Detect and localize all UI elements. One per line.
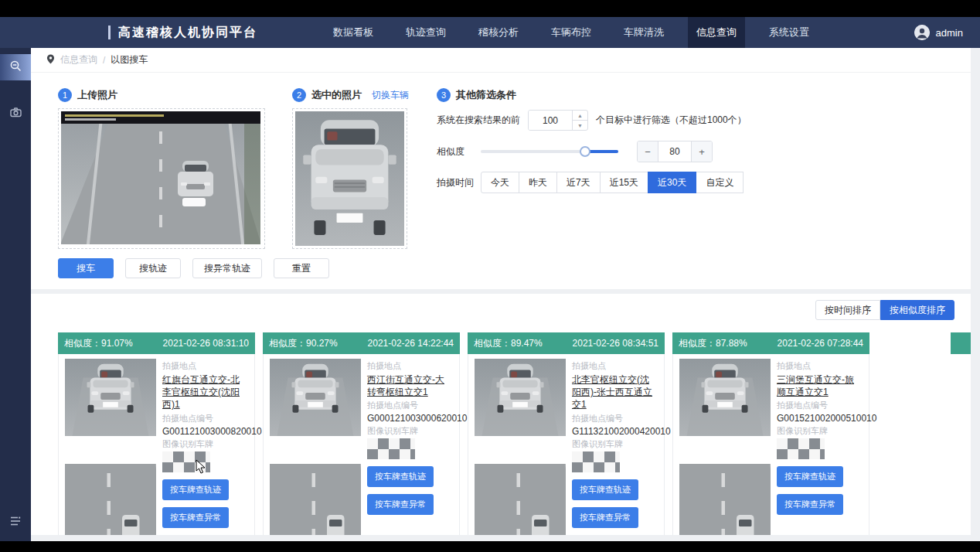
sort-by-time-button[interactable]: 按时间排序 [815, 300, 880, 320]
left-sidebar [0, 48, 31, 541]
result-card: 相似度：87.88% 2021-02-26 07:28:44 [672, 332, 869, 535]
location-code-label: 拍摄地点编号 [572, 413, 658, 424]
nav-item[interactable]: 信息查询 [688, 17, 745, 48]
switch-vehicle-link[interactable]: 切换车辆 [372, 89, 409, 102]
result-card-header: 相似度：89.47% 2021-02-26 08:34:51 [468, 332, 665, 354]
nav-item[interactable]: 数据看板 [325, 17, 382, 48]
search-action-button[interactable]: 搜异常轨迹 [192, 258, 262, 278]
sidebar-collapse-button[interactable] [0, 512, 31, 533]
scene-thumbnail [270, 464, 361, 535]
step2-header: 2 选中的照片 切换车辆 [292, 88, 409, 102]
blurred-plate-image [777, 438, 825, 459]
blurred-plate-image [162, 451, 210, 472]
result-info: 拍摄地点 西江街互通立交-大转弯枢纽立交1 拍摄地点编号 G0001210030… [367, 359, 453, 535]
slider-handle[interactable] [580, 146, 590, 157]
nav-item[interactable]: 车牌清洗 [615, 17, 672, 48]
search-panel: 信息查询 / 以图搜车 1 上传照片 2 选中的照片 切换车辆 [31, 48, 971, 289]
uploaded-traffic-photo [61, 111, 260, 244]
track-by-plate-button[interactable]: 按车牌查轨迹 [572, 479, 638, 500]
breadcrumb-section[interactable]: 信息查询 [60, 53, 97, 66]
similarity-increase-button[interactable]: + [692, 141, 712, 162]
step3-number-badge: 3 [437, 88, 451, 102]
capture-time-option[interactable]: 近30天 [648, 172, 696, 193]
search-action-button[interactable]: 重置 [274, 258, 329, 278]
similarity-value-box [658, 141, 692, 162]
abnormal-by-plate-button[interactable]: 按车牌查异常 [162, 507, 229, 528]
sidebar-item-image-search[interactable] [0, 54, 31, 80]
capture-time-option[interactable]: 昨天 [519, 172, 557, 193]
location-code-value: G000121003000620010 [367, 413, 453, 424]
step3-header: 3 其他筛选条件 [437, 88, 516, 102]
result-card-header: 相似度：91.07% 2021-02-26 08:31:10 [58, 332, 255, 354]
similarity-label: 相似度 [437, 145, 481, 158]
similarity-value-input[interactable] [658, 141, 691, 162]
location-code-label: 拍摄地点编号 [367, 400, 453, 411]
abnormal-by-plate-button[interactable]: 按车牌查异常 [367, 494, 434, 515]
location-value-link[interactable]: 北李官枢纽立交(沈阳西)-张士西互通立交1 [572, 373, 658, 411]
step1-number-badge: 1 [58, 88, 72, 102]
plate-label: 图像识别车牌 [367, 425, 453, 437]
location-code-label: 拍摄地点编号 [777, 400, 863, 411]
main-content: 信息查询 / 以图搜车 1 上传照片 2 选中的照片 切换车辆 [31, 48, 980, 541]
count-decrease-button[interactable]: ▼ [573, 121, 587, 130]
track-by-plate-button[interactable]: 按车牌查轨迹 [777, 466, 843, 487]
abnormal-by-plate-button[interactable]: 按车牌查异常 [777, 494, 843, 515]
capture-time-option[interactable]: 今天 [481, 172, 519, 193]
capture-timestamp: 2021-02-26 07:28:44 [778, 338, 863, 349]
location-value-link[interactable]: 西江街互通立交-大转弯枢纽立交1 [367, 373, 453, 398]
track-by-plate-button[interactable]: 按车牌查轨迹 [162, 479, 229, 500]
nav-item[interactable]: 轨迹查询 [397, 17, 454, 48]
result-count-input[interactable] [529, 111, 572, 130]
similarity-badge: 相似度：90.27% [269, 337, 338, 350]
capture-time-option[interactable]: 近7天 [556, 172, 601, 193]
capture-time-option[interactable]: 近15天 [600, 172, 648, 193]
nav-item[interactable]: 车辆布控 [543, 17, 600, 48]
nav-menu: 数据看板 轨迹查询 稽核分析 车辆布控 车牌清洗 信息查询 系统设置 [317, 17, 825, 48]
nav-item[interactable]: 稽核分析 [470, 17, 527, 48]
result-photos [65, 359, 156, 535]
top-navbar: 高速稽核人机协同平台 数据看板 轨迹查询 稽核分析 车辆布控 车牌清洗 信息查询… [0, 17, 980, 48]
location-code-value: G001121003000820010 [162, 426, 248, 437]
result-card-header: 相似度：90.27% 2021-02-26 14:22:44 [263, 332, 460, 354]
search-actions: 搜车 搜轨迹 搜异常轨迹 重置 [58, 258, 329, 278]
similarity-slider[interactable] [481, 146, 618, 157]
location-value-link[interactable]: 三涧堡互通立交-旅顺互通立交1 [777, 373, 863, 398]
step2-number-badge: 2 [292, 88, 306, 102]
sort-by-similarity-button[interactable]: 按相似度排序 [880, 300, 954, 320]
result-card-body: 拍摄地点 三涧堡互通立交-旅顺互通立交1 拍摄地点编号 G00152100200… [672, 354, 869, 535]
app-logo: 高速稽核人机协同平台 [108, 25, 257, 41]
app-title: 高速稽核人机协同平台 [118, 25, 257, 41]
upload-photo-dropzone[interactable] [58, 108, 265, 249]
location-label: 拍摄地点 [162, 360, 248, 372]
result-card: 相似度：91.07% 2021-02-26 08:31:10 [58, 332, 255, 535]
track-by-plate-button[interactable]: 按车牌查轨迹 [367, 466, 434, 487]
nav-item[interactable]: 系统设置 [761, 17, 818, 48]
image-search-icon [9, 60, 22, 76]
count-filter-prefix: 系统在搜索结果的前 [437, 114, 520, 127]
similarity-decrease-button[interactable]: − [638, 141, 658, 162]
location-code-value: G111321002000420010 [572, 426, 658, 437]
result-info: 拍摄地点 三涧堡互通立交-旅顺互通立交1 拍摄地点编号 G00152100200… [777, 359, 863, 535]
search-action-button[interactable]: 搜车 [58, 258, 114, 278]
location-value-link[interactable]: 红旗台互通立交-北李官枢纽立交(沈阳西)1 [162, 373, 248, 411]
user-menu[interactable]: admin [914, 17, 963, 48]
result-card-header: 相似度：87.88% 2021-02-26 07:28:44 [672, 332, 869, 354]
result-count-filter-row: 系统在搜索结果的前 ▲ ▼ 个目标中进行筛选（不超过1000个） [437, 110, 747, 131]
search-action-button[interactable]: 搜轨迹 [125, 258, 181, 278]
scene-thumbnail [679, 464, 771, 535]
abnormal-by-plate-button[interactable]: 按车牌查异常 [572, 507, 638, 528]
result-photos [475, 359, 566, 535]
location-label: 拍摄地点 [572, 360, 658, 372]
similarity-badge: 相似度：91.07% [64, 337, 133, 350]
result-card-body: 拍摄地点 红旗台互通立交-北李官枢纽立交(沈阳西)1 拍摄地点编号 G00112… [58, 354, 255, 535]
capture-time-option[interactable]: 自定义 [696, 172, 744, 193]
result-card: 相似度：89.47% 2021-02-26 08:34:51 [468, 332, 665, 535]
sidebar-item-vehicle[interactable] [0, 101, 31, 127]
result-photos [270, 359, 361, 535]
capture-timestamp: 2021-02-26 08:34:51 [573, 338, 658, 349]
count-increase-button[interactable]: ▲ [573, 111, 587, 121]
breadcrumb-current-page: 以图搜车 [111, 53, 148, 66]
capture-timestamp: 2021-02-26 08:31:10 [163, 338, 249, 349]
selected-photo-box [292, 108, 407, 249]
location-code-label: 拍摄地点编号 [162, 413, 248, 424]
